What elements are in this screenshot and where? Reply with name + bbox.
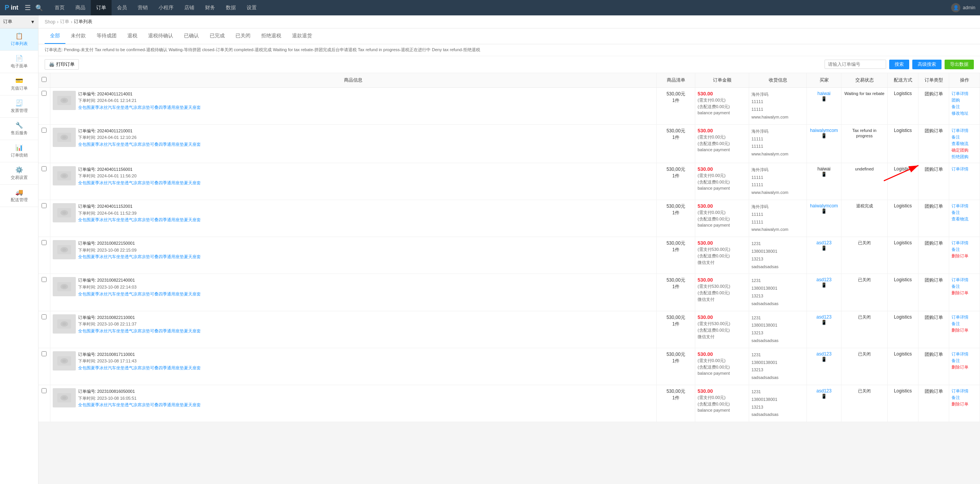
export-button[interactable]: 导出数据 <box>945 60 974 69</box>
sidebar-item-batch[interactable]: 📊 订单统销 <box>0 140 38 162</box>
action-删除订单[interactable]: 删除订单 <box>952 401 977 407</box>
action-备注[interactable]: 备注 <box>952 358 977 364</box>
product-name-link[interactable]: 全包围夏季冰丝汽车坐垫透气凉席凉垫可叠四季通用座垫夏天座套 <box>78 254 201 260</box>
row-checkbox-2[interactable] <box>42 166 47 171</box>
buyer-link[interactable]: asd123 <box>809 351 839 357</box>
action-备注[interactable]: 备注 <box>952 321 977 327</box>
nav-finance[interactable]: 财务 <box>200 0 220 15</box>
tab-unpaid[interactable]: 未付款 <box>65 28 91 44</box>
product-quantity: 1件 <box>672 358 679 364</box>
action-订单详情[interactable]: 订单详情 <box>952 128 977 134</box>
tab-confirmed[interactable]: 已确认 <box>179 28 204 44</box>
buyer-link[interactable]: haiwalymcom <box>809 203 839 209</box>
user-area[interactable]: 👤 admin <box>951 3 975 12</box>
action-备注[interactable]: 备注 <box>952 104 977 110</box>
tab-all[interactable]: 全部 <box>45 28 65 44</box>
advanced-search-button[interactable]: 高级搜索 <box>912 60 942 69</box>
tab-completed[interactable]: 已完成 <box>204 28 230 44</box>
collect-website: sadsadsadsas <box>751 337 804 345</box>
product-name-link[interactable]: 全包围夏季冰丝汽车坐垫透气凉席凉垫可叠四季通用座垫夏天座套 <box>78 291 201 298</box>
action-删除订单[interactable]: 删除订单 <box>952 253 977 259</box>
search-icon[interactable]: 🔍 <box>35 4 43 12</box>
nav-settings[interactable]: 设置 <box>241 0 262 15</box>
delivery-cell: Logistics <box>888 311 918 348</box>
action-备注[interactable]: 备注 <box>952 395 977 401</box>
action-删除订单[interactable]: 删除订单 <box>952 364 977 370</box>
row-checkbox-8[interactable] <box>42 388 47 393</box>
action-删除订单[interactable]: 删除订单 <box>952 327 977 333</box>
action-查看物流[interactable]: 查看物流 <box>952 216 977 222</box>
sidebar-item-delivery[interactable]: 🚚 配送管理 <box>0 185 38 207</box>
product-name-link[interactable]: 全包围夏季冰丝汽车坐垫透气凉席凉垫可叠四季通用座垫夏天座套 <box>78 180 201 187</box>
product-name-link[interactable]: 全包围夏季冰丝汽车坐垫透气凉席凉垫可叠四季通用座垫夏天座套 <box>78 365 201 372</box>
nav-order[interactable]: 订单 <box>91 0 112 15</box>
action-查看物流[interactable]: 查看物流 <box>952 141 977 147</box>
row-checkbox-7[interactable] <box>42 351 47 356</box>
row-checkbox-4[interactable] <box>42 240 47 245</box>
action-订单详情[interactable]: 订单详情 <box>952 314 977 320</box>
nav-marketing[interactable]: 营销 <box>132 0 153 15</box>
tab-deny-refund[interactable]: 拒绝退税 <box>256 28 287 44</box>
action-团购[interactable]: 团购 <box>952 97 977 103</box>
tab-closed[interactable]: 已关闭 <box>230 28 256 44</box>
nav-data[interactable]: 数据 <box>220 0 241 15</box>
sidebar-item-aftersale[interactable]: 🔧 售后服务 <box>0 118 38 140</box>
action-订单详情[interactable]: 订单详情 <box>952 351 977 357</box>
product-name-link[interactable]: 全包围夏季冰丝汽车坐垫透气凉席凉垫可叠四季通用座垫夏天座套 <box>78 217 201 224</box>
tab-tax-refund[interactable]: 退税 <box>122 28 143 44</box>
buyer-link[interactable]: asd123 <box>809 277 839 282</box>
sidebar-item-electronic[interactable]: 📄 电子面单 <box>0 51 38 73</box>
product-name-link[interactable]: 全包围夏季冰丝汽车坐垫透气凉席凉垫可叠四季通用座垫夏天座套 <box>78 141 201 148</box>
sidebar-item-trade-settings[interactable]: ⚙️ 交易设置 <box>0 162 38 185</box>
action-订单详情[interactable]: 订单详情 <box>952 166 977 172</box>
action-确定团购[interactable]: 确定团购 <box>952 147 977 153</box>
row-checkbox-6[interactable] <box>42 314 47 319</box>
nav-store[interactable]: 店铺 <box>179 0 200 15</box>
order-type: 团购订单 <box>925 128 943 134</box>
buyer-link[interactable]: asd123 <box>809 388 839 394</box>
action-订单详情[interactable]: 订单详情 <box>952 91 977 97</box>
row-checkbox-3[interactable] <box>42 203 47 208</box>
pay-method: balance payment <box>698 110 746 115</box>
tab-waiting-group[interactable]: 等待成团 <box>91 28 122 44</box>
breadcrumb-shop[interactable]: Shop <box>45 19 55 25</box>
sidebar-item-order-list[interactable]: 📋 订单列表 <box>0 28 38 51</box>
select-all-checkbox[interactable] <box>42 77 47 82</box>
action-订单详情[interactable]: 订单详情 <box>952 277 977 283</box>
sidebar-item-invoice[interactable]: 🧾 发票管理 <box>0 95 38 118</box>
hamburger-icon[interactable]: ☰ <box>25 3 31 12</box>
buyer-link[interactable]: asd123 <box>809 240 839 245</box>
nav-miniapp[interactable]: 小程序 <box>153 0 179 15</box>
nav-product[interactable]: 商品 <box>70 0 91 15</box>
action-备注[interactable]: 备注 <box>952 210 977 215</box>
print-button[interactable]: 🖨️ 打印订单 <box>45 59 79 70</box>
nav-member[interactable]: 会员 <box>112 0 132 15</box>
sidebar-section-dropdown[interactable]: 订单 ▼ <box>0 15 38 28</box>
action-订单详情[interactable]: 订单详情 <box>952 388 977 394</box>
action-订单详情[interactable]: 订单详情 <box>952 240 977 246</box>
action-备注[interactable]: 备注 <box>952 134 977 140</box>
search-button[interactable]: 搜索 <box>889 60 909 69</box>
tab-tax-pending[interactable]: 退税待确认 <box>143 28 179 44</box>
buyer-link[interactable]: haiwalymcom <box>809 128 839 133</box>
buyer-link[interactable]: haiwai <box>809 91 839 96</box>
sidebar-item-recharge[interactable]: 💳 充值订单 <box>0 73 38 95</box>
tab-return[interactable]: 退款退货 <box>287 28 317 44</box>
row-checkbox-1[interactable] <box>42 128 47 133</box>
action-拒绝团购[interactable]: 拒绝团购 <box>952 154 977 160</box>
action-删除订单[interactable]: 删除订单 <box>952 290 977 296</box>
product-name-link[interactable]: 全包围夏季冰丝汽车坐垫透气凉席凉垫可叠四季通用座垫夏天座套 <box>78 104 201 111</box>
action-修改地址[interactable]: 修改地址 <box>952 110 977 116</box>
product-total: 530,00元 <box>666 315 685 320</box>
product-name-link[interactable]: 全包围夏季冰丝汽车坐垫透气凉席凉垫可叠四季通用座垫夏天座套 <box>78 328 201 335</box>
row-checkbox-0[interactable] <box>42 91 47 96</box>
row-checkbox-5[interactable] <box>42 277 47 282</box>
search-input[interactable] <box>825 60 886 69</box>
buyer-link[interactable]: asd123 <box>809 314 839 320</box>
action-备注[interactable]: 备注 <box>952 247 977 252</box>
breadcrumb-order[interactable]: 订单 <box>60 18 69 25</box>
nav-home[interactable]: 首页 <box>49 0 70 15</box>
action-订单详情[interactable]: 订单详情 <box>952 203 977 209</box>
action-备注[interactable]: 备注 <box>952 284 977 289</box>
product-name-link[interactable]: 全包围夏季冰丝汽车坐垫透气凉席凉垫可叠四季通用座垫夏天座套 <box>78 402 201 409</box>
